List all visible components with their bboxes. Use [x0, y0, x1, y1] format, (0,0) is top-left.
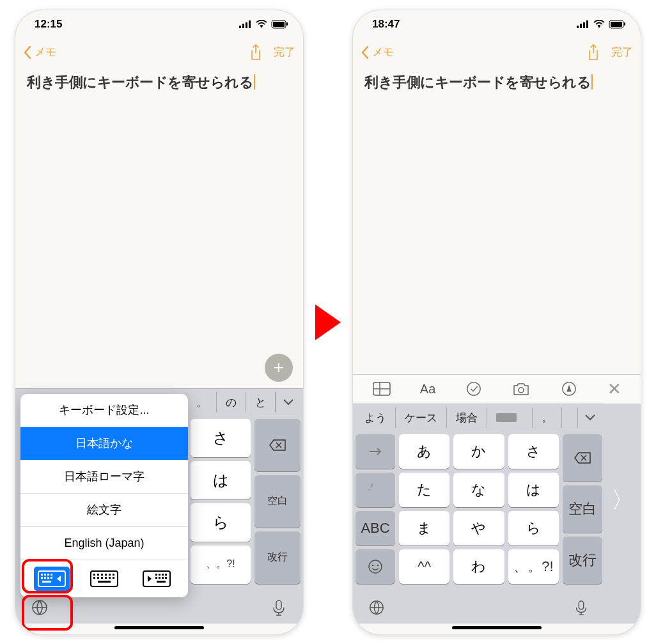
svg-rect-19: [42, 581, 51, 583]
back-label: メモ: [35, 45, 56, 59]
home-indicator[interactable]: [114, 626, 204, 629]
svg-rect-35: [155, 574, 157, 576]
svg-rect-26: [113, 574, 114, 576]
menu-settings[interactable]: キーボード設定...: [20, 394, 188, 427]
svg-point-56: [369, 560, 382, 573]
svg-rect-50: [611, 22, 622, 27]
suggestion-item[interactable]: 場合: [447, 407, 487, 428]
return-key[interactable]: 改行: [563, 537, 602, 584]
phone-right: 18:47 メモ 完了 利き手側にキーボードを寄せられる Aa ✕ よう: [352, 10, 641, 635]
note-text: 利き手側にキーボードを寄せられる: [27, 74, 253, 90]
close-icon[interactable]: ✕: [607, 379, 621, 399]
svg-rect-9: [276, 601, 281, 609]
svg-rect-6: [273, 22, 285, 27]
undo-key[interactable]: [355, 473, 395, 507]
space-key[interactable]: 空白: [563, 485, 602, 533]
phone-left: 12:15 メモ 完了 利き手側にキーボードを寄せられる + 。 の と さ: [15, 10, 304, 635]
chevron-down-icon[interactable]: [577, 407, 602, 428]
abc-key[interactable]: ABC: [355, 511, 395, 546]
menu-emoji[interactable]: 絵文字: [20, 494, 188, 527]
mic-icon[interactable]: [270, 599, 288, 617]
nav-bar: メモ 完了: [15, 38, 303, 67]
svg-rect-33: [98, 581, 111, 583]
suggestion-item[interactable]: よう: [355, 407, 396, 428]
svg-rect-60: [579, 601, 583, 609]
key-wa[interactable]: わ: [453, 549, 504, 584]
chevron-down-icon[interactable]: [276, 392, 301, 412]
key-ra[interactable]: ら: [191, 503, 251, 542]
key-ka[interactable]: か: [453, 434, 504, 469]
svg-rect-43: [157, 581, 166, 583]
svg-point-48: [598, 26, 600, 27]
table-icon[interactable]: [372, 381, 391, 397]
svg-rect-21: [93, 574, 95, 576]
backspace-key[interactable]: [254, 419, 301, 471]
key-punct[interactable]: 、。?!: [508, 549, 559, 584]
svg-rect-18: [51, 577, 52, 579]
globe-icon[interactable]: [31, 599, 49, 617]
status-time: 18:47: [372, 18, 400, 31]
suggestion-item[interactable]: 。: [532, 407, 562, 428]
keyboard-bottom-bar: [353, 589, 605, 624]
svg-rect-16: [44, 577, 46, 579]
key-punct[interactable]: 、。?!: [191, 546, 251, 584]
svg-rect-24: [105, 574, 107, 576]
key-ya[interactable]: や: [453, 511, 504, 546]
arrow-right-key[interactable]: [355, 434, 395, 469]
svg-rect-2: [246, 22, 247, 28]
space-key[interactable]: 空白: [254, 475, 301, 528]
suggestion-item[interactable]: と: [246, 392, 276, 412]
format-button[interactable]: Aa: [420, 382, 435, 397]
key-ha[interactable]: は: [508, 473, 559, 507]
key-small[interactable]: ^^: [399, 549, 449, 584]
markup-icon[interactable]: [559, 381, 579, 397]
note-text: 利き手側にキーボードを寄せられる: [364, 74, 591, 90]
checklist-icon[interactable]: [464, 381, 483, 397]
key-ma[interactable]: ま: [399, 511, 449, 546]
compact-keyboard: よう ケース 場合 。 ABC: [353, 404, 641, 624]
svg-rect-25: [109, 574, 111, 576]
menu-english[interactable]: English (Japan): [20, 527, 188, 560]
svg-rect-51: [624, 22, 625, 26]
emoji-key[interactable]: [355, 549, 395, 584]
suggestion-mini-kb[interactable]: [487, 407, 532, 428]
svg-rect-31: [109, 577, 111, 579]
back-button[interactable]: メモ: [361, 45, 394, 59]
battery-icon: [271, 20, 289, 29]
globe-icon[interactable]: [368, 599, 385, 616]
home-indicator[interactable]: [452, 626, 542, 629]
keyboard-left-icon[interactable]: [34, 567, 70, 591]
back-button[interactable]: メモ: [23, 45, 56, 59]
return-key[interactable]: 改行: [254, 531, 301, 584]
key-a[interactable]: あ: [399, 434, 449, 469]
mic-icon[interactable]: [573, 599, 590, 616]
share-icon[interactable]: [587, 44, 600, 61]
key-ta[interactable]: た: [399, 473, 449, 507]
svg-rect-40: [159, 577, 160, 579]
key-ha[interactable]: は: [191, 461, 251, 499]
share-icon[interactable]: [249, 44, 262, 61]
expand-handle[interactable]: 〉: [605, 404, 641, 624]
suggestion-item[interactable]: の: [217, 392, 246, 412]
key-sa[interactable]: さ: [191, 419, 251, 457]
key-ra[interactable]: ら: [508, 511, 559, 546]
backspace-key[interactable]: [563, 434, 602, 482]
suggestion-item[interactable]: 。: [187, 392, 217, 412]
suggestion-item[interactable]: ケース: [396, 407, 447, 428]
keyboard-menu: キーボード設定... 日本語かな 日本語ローマ字 絵文字 English (Ja…: [20, 394, 188, 597]
status-time: 12:15: [35, 18, 62, 31]
done-button[interactable]: 完了: [274, 45, 295, 59]
note-content[interactable]: 利き手側にキーボードを寄せられる +: [15, 67, 303, 388]
keyboard-full-icon[interactable]: [86, 567, 122, 591]
note-content[interactable]: 利き手側にキーボードを寄せられる: [353, 67, 641, 374]
menu-kana[interactable]: 日本語かな: [20, 427, 188, 460]
svg-point-4: [261, 26, 262, 27]
key-sa[interactable]: さ: [508, 434, 559, 469]
add-button[interactable]: +: [265, 354, 293, 382]
keyboard-right-icon[interactable]: [139, 567, 175, 591]
done-button[interactable]: 完了: [611, 45, 633, 59]
menu-romaji[interactable]: 日本語ローマ字: [20, 460, 188, 494]
key-na[interactable]: な: [453, 473, 504, 507]
svg-rect-22: [97, 574, 99, 576]
camera-icon[interactable]: [512, 381, 531, 397]
